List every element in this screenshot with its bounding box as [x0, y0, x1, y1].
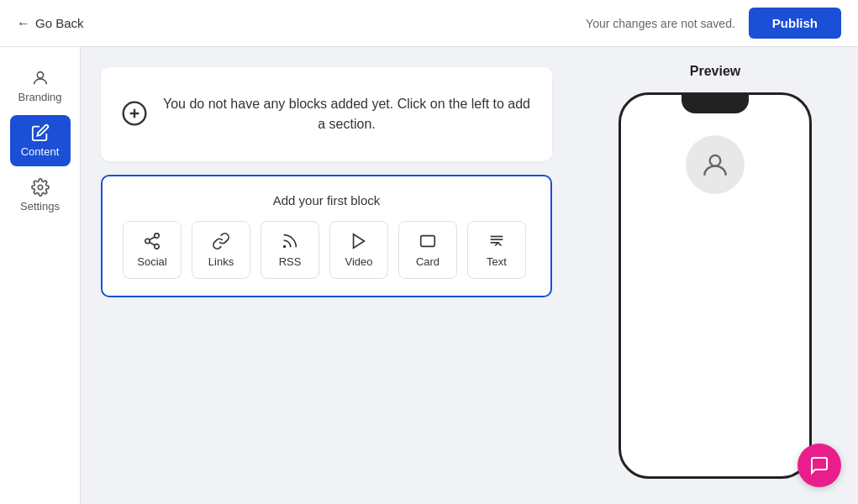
header: ← Go Back Your changes are not saved. Pu…	[0, 0, 858, 47]
block-option-social[interactable]: Social	[123, 221, 182, 279]
block-option-video[interactable]: Video	[329, 221, 388, 279]
svg-point-6	[145, 239, 150, 244]
chat-icon	[809, 455, 829, 475]
rss-icon	[281, 232, 299, 250]
block-selector-title: Add your first block	[123, 193, 530, 207]
links-icon	[212, 232, 230, 250]
svg-point-5	[155, 234, 160, 239]
social-label: Social	[137, 255, 166, 268]
card-label: Card	[416, 255, 440, 268]
svg-point-0	[37, 72, 43, 78]
block-options-list: Social Links RSS	[123, 221, 530, 279]
links-label: Links	[208, 255, 234, 268]
sidebar-item-branding[interactable]: Branding	[10, 60, 71, 112]
header-right: Your changes are not saved. Publish	[586, 8, 841, 39]
block-option-text[interactable]: Text	[467, 221, 526, 279]
block-selector-card: Add your first block Social	[101, 175, 552, 297]
text-icon	[487, 232, 506, 250]
social-icon	[143, 232, 161, 250]
chat-bubble-button[interactable]	[797, 444, 841, 487]
unsaved-status: Your changes are not saved.	[586, 17, 735, 30]
add-section-button[interactable]	[121, 100, 148, 129]
block-option-links[interactable]: Links	[192, 221, 250, 279]
text-label: Text	[487, 255, 507, 268]
plus-circle-icon	[121, 100, 148, 127]
main-layout: Branding Content Settings	[0, 47, 858, 504]
video-icon	[350, 232, 368, 250]
svg-line-9	[150, 237, 155, 240]
phone-mockup	[618, 92, 812, 479]
gear-icon	[31, 178, 50, 197]
svg-rect-12	[421, 236, 435, 247]
block-option-rss[interactable]: RSS	[261, 221, 319, 279]
preview-title: Preview	[690, 64, 740, 79]
pencil-icon	[31, 123, 50, 142]
phone-avatar	[686, 135, 745, 194]
svg-point-1	[38, 185, 43, 190]
svg-line-8	[150, 242, 155, 245]
empty-state-text: You do not have any blocks added yet. Cl…	[161, 94, 532, 134]
svg-point-10	[284, 246, 286, 248]
content-area: You do not have any blocks added yet. Cl…	[81, 47, 572, 504]
sidebar-settings-label: Settings	[20, 200, 60, 213]
sidebar: Branding Content Settings	[0, 47, 81, 504]
publish-button[interactable]: Publish	[749, 8, 841, 39]
sidebar-item-settings[interactable]: Settings	[10, 170, 71, 221]
svg-point-16	[710, 155, 721, 166]
sidebar-content-label: Content	[21, 145, 60, 158]
card-icon	[418, 232, 437, 250]
sidebar-branding-label: Branding	[18, 91, 61, 103]
go-back-label: Go Back	[35, 16, 84, 30]
svg-point-7	[155, 244, 160, 249]
rss-label: RSS	[279, 255, 302, 268]
empty-state-card: You do not have any blocks added yet. Cl…	[101, 67, 552, 161]
sidebar-item-content[interactable]: Content	[10, 115, 71, 166]
video-label: Video	[345, 255, 372, 268]
user-circle-icon	[31, 69, 50, 87]
phone-notch	[682, 95, 749, 113]
avatar-icon	[699, 149, 731, 181]
preview-area: Preview	[572, 47, 858, 504]
go-back-button[interactable]: ← Go Back	[17, 16, 84, 31]
svg-marker-11	[354, 234, 365, 249]
block-option-card[interactable]: Card	[398, 221, 457, 279]
back-arrow-icon: ←	[17, 16, 30, 31]
